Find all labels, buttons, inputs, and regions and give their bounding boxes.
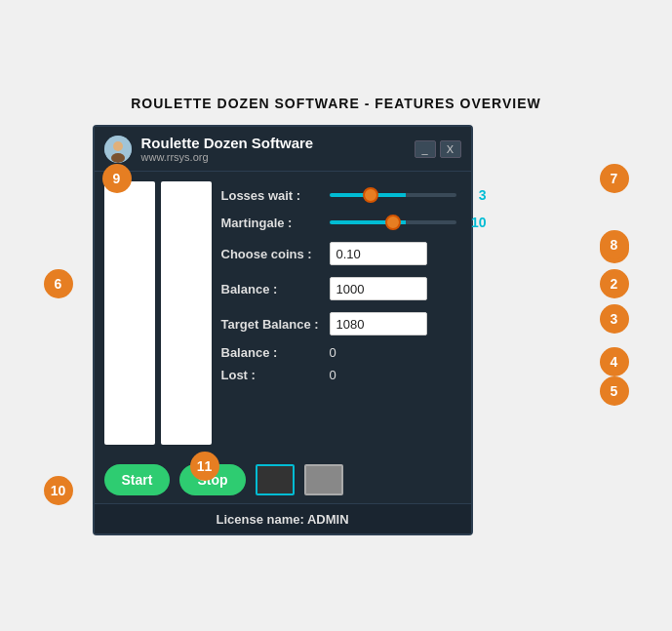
target-balance-row: Target Balance : <box>221 306 487 341</box>
target-balance-label: Target Balance : <box>221 317 324 332</box>
close-button[interactable]: X <box>440 140 461 158</box>
left-panel <box>104 181 212 445</box>
martingale-slider[interactable] <box>330 220 456 224</box>
callout-11: 11 <box>190 452 219 481</box>
balance-input[interactable] <box>330 277 427 300</box>
martingale-label: Martingale : <box>221 216 324 230</box>
app-window: Roulette Dozen Software www.rrsys.org _ … <box>93 125 473 535</box>
balance-input-row: Balance : <box>221 271 487 306</box>
title-bar-text: Roulette Dozen Software www.rrsys.org <box>141 135 415 163</box>
losses-wait-slider[interactable] <box>330 193 456 197</box>
white-column-2 <box>161 181 212 445</box>
losses-wait-value: 3 <box>462 187 487 203</box>
title-bar: Roulette Dozen Software www.rrsys.org _ … <box>95 127 471 172</box>
color-box-gray[interactable] <box>304 464 343 495</box>
license-bar: License name: ADMIN <box>95 503 471 533</box>
losses-wait-row: Losses wait : 3 <box>221 181 487 209</box>
callout-4: 4 <box>600 347 629 376</box>
avatar <box>104 136 132 163</box>
lost-value: 0 <box>330 368 336 382</box>
callout-10: 10 <box>44 476 73 505</box>
right-panel: Losses wait : 3 Martingale : 10 <box>221 181 487 445</box>
martingale-row: Martingale : 10 <box>221 209 487 236</box>
license-text: License name: ADMIN <box>216 512 348 527</box>
callout-6: 6 <box>44 269 73 298</box>
callout-9: 9 <box>102 164 132 193</box>
page-title: ROULETTE DOZEN SOFTWARE - FEATURES OVERV… <box>131 96 541 111</box>
martingale-value: 10 <box>462 215 487 230</box>
target-balance-input[interactable] <box>330 312 427 335</box>
choose-coins-row: Choose coins : <box>221 236 487 271</box>
svg-point-1 <box>113 141 123 151</box>
losses-wait-label: Losses wait : <box>221 188 324 203</box>
start-button[interactable]: Start <box>104 464 171 495</box>
callout-2: 2 <box>600 269 629 298</box>
callout-7: 7 <box>600 164 629 193</box>
choose-coins-label: Choose coins : <box>221 247 324 261</box>
callout-3: 3 <box>600 304 629 334</box>
balance-input-label: Balance : <box>221 282 324 296</box>
app-name: Roulette Dozen Software <box>141 135 415 151</box>
choose-coins-input[interactable] <box>330 242 427 265</box>
balance-display-row: Balance : 0 <box>221 341 487 364</box>
lost-label: Lost : <box>221 368 324 382</box>
balance-display-label: Balance : <box>221 345 324 360</box>
svg-point-2 <box>111 153 125 163</box>
callout-5: 5 <box>600 376 629 406</box>
lost-row: Lost : 0 <box>221 364 487 386</box>
white-column-1 <box>104 181 155 445</box>
bottom-bar: Start Stop <box>95 454 471 503</box>
app-content: Losses wait : 3 Martingale : 10 <box>95 172 471 454</box>
balance-display-value: 0 <box>330 345 336 360</box>
color-box-dark[interactable] <box>256 464 295 495</box>
minimize-button[interactable]: _ <box>415 140 436 158</box>
callout-8: 8 <box>600 230 629 259</box>
app-url: www.rrsys.org <box>141 151 415 163</box>
